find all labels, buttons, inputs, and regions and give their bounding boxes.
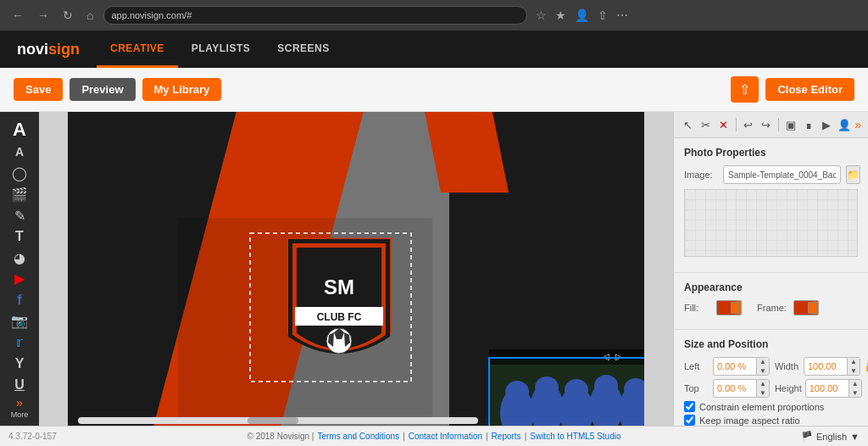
- fill-row: Fill: Frame:: [684, 300, 858, 315]
- rt-adduser-icon[interactable]: 👤: [837, 115, 851, 134]
- left-down-arrow[interactable]: ▼: [757, 366, 769, 376]
- browser-share-icon[interactable]: ⇧: [596, 7, 609, 24]
- height-input-wrap: ▲ ▼: [805, 379, 862, 398]
- footer-language[interactable]: 🏴 English ▼: [801, 431, 860, 442]
- canvas-scrollbar-thumb[interactable]: [248, 417, 298, 424]
- nav-refresh-button[interactable]: ↻: [59, 7, 76, 24]
- width-field: Width ▲ ▼ 🔒: [775, 357, 868, 376]
- top-up-arrow[interactable]: ▲: [757, 379, 769, 388]
- rt-play-icon[interactable]: ▶: [820, 115, 834, 134]
- facebook-icon[interactable]: f: [4, 290, 35, 309]
- top-nav: novisign CREATIVE PLAYLISTS SCREENS: [0, 31, 868, 68]
- svg-text:▷: ▷: [615, 352, 622, 361]
- browser-chrome: ← → ↻ ⌂ app.novisign.com/# ☆ ★ 👤 ⇧ ⋯: [0, 0, 868, 31]
- my-library-button[interactable]: My Library: [142, 78, 222, 101]
- svg-text:◁: ◁: [603, 352, 609, 361]
- svg-text:SM: SM: [324, 276, 354, 298]
- upload-button[interactable]: ⇧: [731, 76, 759, 103]
- top-arrows: ▲ ▼: [756, 379, 769, 398]
- twitter-icon[interactable]: 𝕣: [4, 332, 35, 352]
- height-field: Height ▲ ▼: [775, 379, 862, 398]
- left-input[interactable]: [714, 360, 756, 373]
- footer-switch-link[interactable]: Switch to HTML5 Studio: [530, 432, 620, 441]
- rt-delete-icon[interactable]: ✕: [716, 115, 731, 134]
- svg-point-24: [594, 375, 618, 397]
- image-browse-button[interactable]: 📁: [846, 165, 860, 184]
- width-up-arrow[interactable]: ▲: [848, 357, 860, 366]
- text-box-icon[interactable]: U: [4, 375, 35, 394]
- browser-bookmark-icon[interactable]: ☆: [534, 7, 548, 24]
- tab-playlists[interactable]: PLAYLISTS: [178, 31, 264, 68]
- text-icon[interactable]: T: [4, 227, 35, 247]
- nav-home-button[interactable]: ⌂: [83, 7, 97, 24]
- logo-text: novisign: [17, 41, 80, 59]
- width-input-wrap: ▲ ▼: [804, 357, 860, 376]
- height-input[interactable]: [806, 382, 849, 395]
- film-icon[interactable]: 🎬: [4, 185, 35, 204]
- width-down-arrow[interactable]: ▼: [848, 366, 860, 376]
- nav-back-button[interactable]: ←: [8, 7, 27, 24]
- language-label: English: [816, 432, 847, 442]
- footer-version: 4.3.72-0-157: [8, 432, 57, 441]
- right-panel: ↖ ✂ ✕ ↩ ↪ ▣ ∎ ▶ 👤 » Photo Properties Ima…: [673, 112, 868, 426]
- edit-icon[interactable]: ✎: [4, 206, 35, 226]
- rss-icon[interactable]: ◕: [4, 248, 35, 268]
- footer-reports-link[interactable]: Reports: [492, 432, 521, 441]
- preview-button[interactable]: Preview: [70, 78, 135, 101]
- save-button[interactable]: Save: [14, 78, 63, 101]
- rt-expand-icon[interactable]: »: [854, 118, 861, 131]
- image-input[interactable]: [723, 165, 841, 184]
- rt-grid-icon[interactable]: ∎: [802, 115, 816, 134]
- lang-dropdown-icon: ▼: [850, 432, 860, 442]
- instagram-icon[interactable]: 📷: [4, 311, 35, 331]
- svg-point-21: [505, 381, 529, 403]
- close-editor-button[interactable]: Close Editor: [765, 78, 854, 101]
- nav-forward-button[interactable]: →: [34, 7, 53, 24]
- top-height-row: Top ▲ ▼ Height ▲ ▼: [684, 379, 858, 398]
- sidebar-more-button[interactable]: » More: [4, 396, 35, 419]
- height-arrows: ▲ ▼: [849, 379, 861, 398]
- height-down-arrow[interactable]: ▼: [849, 388, 861, 398]
- footer-terms-link[interactable]: Terms and Conditions: [317, 432, 399, 441]
- logo: novisign: [17, 41, 80, 59]
- browser-menu-icon[interactable]: ⋯: [615, 7, 630, 24]
- top-down-arrow[interactable]: ▼: [757, 388, 769, 398]
- keep-aspect-checkbox[interactable]: [684, 415, 695, 426]
- left-label: Left: [684, 361, 709, 371]
- rt-redo-icon[interactable]: ↪: [759, 115, 773, 134]
- browser-star-icon[interactable]: ★: [554, 7, 568, 24]
- top-input[interactable]: [714, 382, 756, 395]
- youtube-icon[interactable]: ▶: [4, 270, 35, 289]
- yammer-icon[interactable]: Y: [4, 354, 35, 373]
- tab-screens[interactable]: SCREENS: [264, 31, 343, 68]
- browser-profile-icon[interactable]: 👤: [573, 7, 591, 24]
- canvas-background: CLUB FC SM: [68, 112, 644, 426]
- text-large-icon[interactable]: A: [4, 119, 35, 141]
- left-up-arrow[interactable]: ▲: [757, 357, 769, 366]
- text-small-icon[interactable]: A: [4, 142, 35, 162]
- top-field: Top ▲ ▼: [684, 379, 770, 398]
- flag-icon: 🏴: [801, 431, 813, 442]
- constrain-checkbox[interactable]: [684, 401, 695, 412]
- footer-copyright: © 2018 Novisign |: [248, 432, 314, 441]
- rt-layers-icon[interactable]: ▣: [784, 115, 798, 134]
- height-up-arrow[interactable]: ▲: [849, 379, 861, 388]
- more-arrows-icon: »: [16, 396, 23, 410]
- left-sidebar: A A ◯ 🎬 ✎ T ◕ ▶ f 📷 𝕣 Y U » More: [0, 112, 39, 426]
- canvas-artwork: CLUB FC SM: [68, 112, 644, 426]
- footer-contact-link[interactable]: Contact Information: [409, 432, 482, 441]
- rt-scissors-icon[interactable]: ✂: [698, 115, 713, 134]
- url-text: app.novisign.com/#: [111, 10, 192, 20]
- canvas-area[interactable]: CLUB FC SM: [39, 112, 673, 426]
- rt-undo-icon[interactable]: ↩: [741, 115, 755, 134]
- fill-color-swatch[interactable]: [716, 300, 742, 315]
- address-bar[interactable]: app.novisign.com/#: [103, 6, 527, 25]
- rt-select-icon[interactable]: ↖: [681, 115, 695, 134]
- tab-creative[interactable]: CREATIVE: [97, 31, 178, 68]
- top-input-wrap: ▲ ▼: [713, 379, 770, 398]
- frame-color-swatch[interactable]: [793, 300, 819, 315]
- divider-1: [736, 118, 737, 131]
- canvas-scrollbar[interactable]: [78, 417, 478, 424]
- width-input[interactable]: [804, 360, 847, 373]
- oval-icon[interactable]: ◯: [4, 164, 35, 183]
